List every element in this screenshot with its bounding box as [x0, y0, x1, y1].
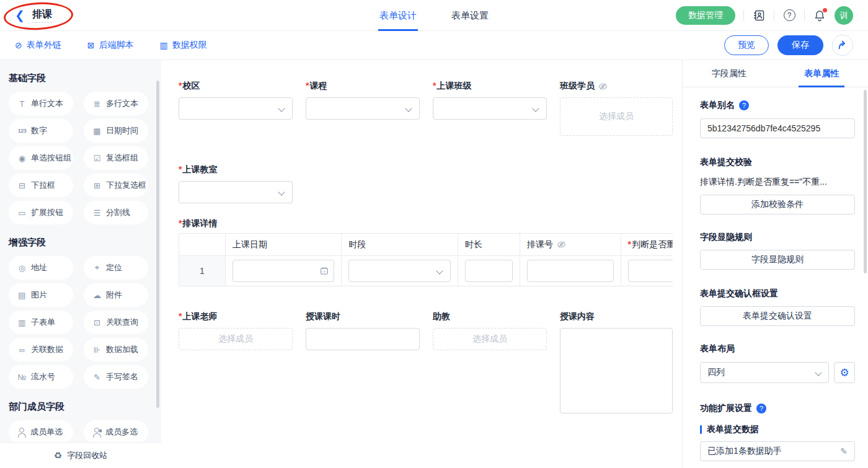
help-icon[interactable]: ?: [739, 100, 749, 110]
field-classroom[interactable]: *上课教室: [179, 164, 293, 203]
submit-confirm-button[interactable]: 表单提交确认设置: [700, 306, 855, 326]
sidebar-item-datetime[interactable]: ▦日期时间: [84, 119, 148, 143]
top-header: ❮ 排课 表单设计 表单设置 数据管理 ?: [0, 0, 868, 31]
period-select[interactable]: [348, 260, 451, 282]
tab-form-properties[interactable]: 表单属性: [776, 60, 868, 87]
sidebar-item-geolocation[interactable]: ⌖定位: [84, 256, 148, 280]
preview-button[interactable]: 预览: [724, 35, 769, 55]
sidebar-item-checkbox-group[interactable]: ☑复选框组: [84, 146, 148, 170]
edit-pencil-icon[interactable]: ✎: [840, 446, 848, 456]
field-label: 课程: [309, 81, 327, 91]
field-label: 上课班级: [436, 81, 471, 91]
content-textarea[interactable]: [560, 328, 673, 413]
students-member-picker[interactable]: 选择成员: [560, 97, 673, 136]
sidebar-item-extend-button[interactable]: ▭扩展按钮: [9, 201, 73, 224]
classroom-select[interactable]: [179, 181, 293, 203]
column-header-duration: 时长: [458, 234, 520, 255]
sidebar-item-subform[interactable]: ▥子表单: [9, 311, 73, 334]
sidebar-item-number[interactable]: 123数字: [9, 119, 73, 143]
sidebar-item-label: 图片: [31, 289, 47, 301]
schedule-no-input[interactable]: [527, 260, 614, 282]
required-mark: *: [306, 81, 309, 91]
panel-scrollbar[interactable]: [864, 90, 867, 273]
contact-book-icon[interactable]: [752, 9, 766, 22]
sidebar-item-multi-dropdown[interactable]: ⊞下拉复选框: [84, 174, 148, 197]
alias-input[interactable]: [700, 118, 855, 138]
divider-lines-icon: ☰: [92, 208, 102, 218]
field-label: 授课内容: [560, 311, 595, 322]
person-icon: [17, 427, 27, 437]
avatar[interactable]: 训: [835, 6, 853, 25]
field-hours[interactable]: 授课课时: [306, 311, 420, 350]
field-students[interactable]: 班级学员 选择成员: [560, 81, 673, 136]
sidebar-scrollbar[interactable]: [156, 81, 159, 408]
panel-tabs: 字段属性 表单属性: [683, 60, 868, 87]
save-button[interactable]: 保存: [777, 35, 823, 55]
column-header-date: 上课日期: [226, 234, 342, 255]
sidebar-item-dropdown[interactable]: ⊟下拉框: [9, 174, 73, 197]
duration-input[interactable]: [465, 260, 513, 282]
campus-select[interactable]: [179, 97, 293, 120]
date-input[interactable]: 7: [232, 260, 335, 282]
sidebar-item-label: 附件: [106, 289, 122, 301]
data-permission-link[interactable]: ▥ 数据权限: [159, 40, 206, 51]
sidebar-item-image[interactable]: ▤图片: [9, 283, 73, 307]
share-arrow-icon: [837, 40, 848, 51]
share-button[interactable]: [832, 35, 853, 56]
data-manage-button[interactable]: 数据管理: [676, 6, 735, 25]
backend-script-link[interactable]: ⊠ 后端脚本: [87, 40, 134, 51]
sidebar-item-signature[interactable]: ✎手写签名: [84, 365, 148, 389]
hours-input[interactable]: [306, 328, 420, 350]
heading-label: 功能扩展设置: [700, 403, 752, 414]
visibility-heading: 字段显隐规则: [700, 232, 855, 243]
form-external-link[interactable]: ⊘ 表单外链: [15, 40, 61, 51]
course-select[interactable]: [306, 97, 420, 120]
sidebar-item-data-load[interactable]: ⊪数据加载: [84, 338, 148, 361]
field-content[interactable]: 授课内容: [560, 311, 673, 413]
sidebar-item-multi-line-text[interactable]: ≣多行文本: [84, 92, 148, 115]
field-recycle-bin[interactable]: ♻ 字段回收站: [0, 442, 161, 468]
visibility-rules-button[interactable]: 字段显隐规则: [700, 250, 855, 270]
field-teacher[interactable]: *上课老师 选择成员: [179, 311, 293, 350]
sidebar-item-attachment[interactable]: ☁附件: [84, 283, 148, 307]
sidebar-item-member-multi[interactable]: 成员多选: [84, 420, 148, 444]
heading-label: 表单别名: [700, 100, 735, 111]
field-campus[interactable]: *校区: [179, 81, 293, 120]
sidebar-item-single-line-text[interactable]: T单行文本: [9, 92, 73, 115]
sidebar-item-linked-data[interactable]: ∞关联数据: [9, 338, 73, 361]
tab-form-design[interactable]: 表单设计: [379, 0, 417, 31]
teacher-member-picker[interactable]: 选择成员: [179, 328, 293, 350]
sidebar-item-serial-number[interactable]: №流水号: [9, 365, 73, 389]
help-icon[interactable]: ?: [782, 9, 796, 22]
field-label: 授课课时: [306, 311, 340, 322]
svg-text:7: 7: [324, 270, 326, 274]
notification-bell-icon[interactable]: [813, 9, 826, 22]
assistant-member-picker[interactable]: 选择成员: [433, 328, 547, 350]
is-duplicate-input[interactable]: [628, 260, 673, 282]
field-assistant[interactable]: 助教 选择成员: [433, 311, 547, 350]
sidebar-item-radio-group[interactable]: ◉单选按钮组: [9, 146, 73, 170]
layout-select[interactable]: 四列: [700, 362, 829, 383]
section-title-enhanced-fields: 增强字段: [9, 237, 153, 249]
divider: [804, 10, 805, 21]
row-index-header: [179, 234, 226, 255]
tab-field-properties[interactable]: 字段属性: [683, 60, 776, 87]
submit-data-box[interactable]: 已添加1条数据助手 ✎: [700, 441, 855, 461]
field-course[interactable]: *课程: [306, 81, 420, 120]
help-icon[interactable]: ?: [756, 404, 766, 413]
layout-settings-button[interactable]: ⚙: [834, 362, 855, 383]
sidebar-item-label: 扩展按钮: [31, 207, 63, 218]
basic-fields-grid: T单行文本 ≣多行文本 123数字 ▦日期时间 ◉单选按钮组 ☑复选框组 ⊟下拉…: [9, 92, 153, 224]
dropdown-icon: ⊟: [17, 181, 27, 190]
add-validation-button[interactable]: 添加校验条件: [700, 195, 855, 214]
required-mark: *: [179, 311, 182, 321]
sidebar-item-linked-query[interactable]: ⊡关联查询: [84, 311, 148, 334]
field-class[interactable]: *上课班级: [433, 81, 547, 120]
class-select[interactable]: [433, 97, 547, 120]
tab-form-settings[interactable]: 表单设置: [451, 0, 489, 31]
sidebar-item-address[interactable]: ◎地址: [9, 256, 73, 280]
linked-query-icon: ⊡: [92, 318, 102, 327]
sidebar-item-divider[interactable]: ☰分割线: [84, 201, 148, 224]
sidebar-item-member-single[interactable]: 成员单选: [9, 420, 73, 444]
link-label: 后端脚本: [99, 40, 133, 51]
